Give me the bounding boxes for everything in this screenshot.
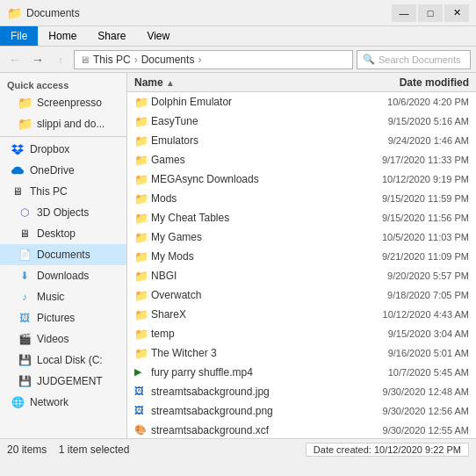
minimize-button[interactable]: — <box>392 4 416 22</box>
folder-icon: 📁 <box>134 231 147 243</box>
back-button[interactable]: ← <box>5 50 25 69</box>
folder-icon: 📁 <box>134 270 147 282</box>
table-row[interactable]: 📁My Games 10/5/2020 11:03 PM <box>127 227 476 247</box>
search-bar[interactable]: 🔍 Search Documents <box>357 50 471 69</box>
sidebar-item-desktop[interactable]: 🖥 Desktop <box>0 223 126 244</box>
sidebar-item-3dobjects[interactable]: ⬡ 3D Objects <box>0 202 126 223</box>
table-row[interactable]: 📁The Witcher 3 9/16/2020 5:01 AM <box>127 343 476 363</box>
folder-icon: 📁 <box>134 192 147 205</box>
tab-view[interactable]: View <box>136 26 180 46</box>
sidebar-label: Network <box>30 396 69 408</box>
image-icon: 🖼 <box>134 405 147 417</box>
table-row[interactable]: 📁ShareX 10/12/2020 4:43 AM <box>127 305 476 324</box>
svg-point-2 <box>13 167 22 173</box>
sidebar-label: Videos <box>37 333 69 345</box>
table-row[interactable]: 🖼 streamtsabackground.jpg 9/30/2020 12:4… <box>127 382 476 401</box>
xcf-icon: 🎨 <box>134 424 147 436</box>
thispc-icon: 🖥 <box>11 184 25 198</box>
documents-icon: 📄 <box>18 248 32 262</box>
folder-icon: 📁 <box>134 347 147 359</box>
table-row[interactable]: 📁My Mods 9/21/2020 11:09 PM <box>127 247 476 266</box>
sidebar-label: JUDGEMENT <box>37 375 103 387</box>
folder-icon: 📁 <box>134 308 147 321</box>
maximize-button[interactable]: □ <box>418 4 443 22</box>
address-bar[interactable]: 🖥 This PC › Documents › <box>74 50 353 69</box>
sidebar-label: Pictures <box>37 312 75 324</box>
table-row[interactable]: ▶ fury parry shuffle.mp4 10/7/2020 5:45 … <box>127 363 476 382</box>
header-date[interactable]: Date modified <box>349 76 476 89</box>
main-content: Quick access 📁 Screenpresso 📁 slippi and… <box>0 73 476 438</box>
tab-file[interactable]: File <box>0 26 38 46</box>
folder-icon: 📁 <box>134 328 147 340</box>
title-bar: 📁 Documents — □ ✕ <box>0 0 476 26</box>
status-bar: 20 items 1 item selected Date created: 1… <box>0 438 476 459</box>
tab-home[interactable]: Home <box>38 26 87 46</box>
table-row[interactable]: 📁MEGAsync Downloads 10/12/2020 9:19 PM <box>127 169 476 189</box>
sidebar-item-documents[interactable]: 📄 Documents <box>0 244 126 265</box>
table-row[interactable]: 🎨 streamtsabackground.xcf 9/30/2020 12:5… <box>127 421 476 438</box>
table-row[interactable]: 📁EasyTune 9/15/2020 5:16 AM <box>127 112 476 131</box>
nav-bar: ← → ↑ 🖥 This PC › Documents › 🔍 Search D… <box>0 47 476 73</box>
ribbon: File Home Share View <box>0 26 476 47</box>
table-row[interactable]: 📁NBGI 9/20/2020 5:57 PM <box>127 266 476 285</box>
up-button[interactable]: ↑ <box>51 50 70 69</box>
close-button[interactable]: ✕ <box>444 4 469 22</box>
sidebar: Quick access 📁 Screenpresso 📁 slippi and… <box>0 73 127 438</box>
sidebar-item-network[interactable]: 🌐 Network <box>0 392 126 413</box>
quick-access-label: Quick access <box>0 76 126 92</box>
music-icon: ♪ <box>18 290 32 304</box>
title-icon: 📁 <box>7 6 21 20</box>
table-row[interactable]: 📁Games 9/17/2020 11:33 PM <box>127 150 476 169</box>
table-row[interactable]: 📁My Cheat Tables 9/15/2020 11:56 PM <box>127 208 476 227</box>
sidebar-item-dropbox[interactable]: Dropbox <box>0 139 126 160</box>
folder-icon: 📁 <box>18 117 32 131</box>
sidebar-label: Downloads <box>37 270 89 282</box>
sidebar-label: 3D Objects <box>37 206 89 219</box>
image-icon: 🖼 <box>134 386 147 398</box>
table-row[interactable]: 📁Mods 9/15/2020 11:59 PM <box>127 189 476 208</box>
folder-icon: 📁 <box>134 212 147 224</box>
sidebar-item-videos[interactable]: 🎬 Videos <box>0 328 126 350</box>
sidebar-item-slippi[interactable]: 📁 slippi and do... <box>0 113 126 134</box>
network-icon: 🌐 <box>11 395 25 409</box>
sidebar-item-judgement[interactable]: 💾 JUDGEMENT <box>0 371 126 392</box>
sort-arrow: ▲ <box>166 78 175 88</box>
folder-icon: 📁 <box>134 250 147 263</box>
video-icon: ▶ <box>134 366 147 379</box>
sidebar-item-thispc[interactable]: 🖥 This PC <box>0 181 126 202</box>
header-name[interactable]: Name ▲ <box>127 76 349 89</box>
table-row[interactable]: 🖼 streamtsabackground.png 9/30/2020 12:5… <box>127 401 476 421</box>
videos-icon: 🎬 <box>18 332 32 346</box>
folder-icon: 📁 <box>134 115 147 127</box>
sidebar-label: Desktop <box>37 227 76 240</box>
sidebar-item-screenpresso[interactable]: 📁 Screenpresso <box>0 92 126 113</box>
folder-icon: 📁 <box>134 96 147 108</box>
sidebar-label: Music <box>37 291 64 303</box>
sidebar-item-pictures[interactable]: 🖼 Pictures <box>0 307 126 328</box>
pictures-icon: 🖼 <box>18 311 32 325</box>
sidebar-label: slippi and do... <box>37 118 105 130</box>
sidebar-item-onedrive[interactable]: OneDrive <box>0 160 126 181</box>
folder-icon: 📁 <box>134 154 147 166</box>
address-thispc: This PC <box>93 54 131 66</box>
tab-share[interactable]: Share <box>87 26 136 46</box>
dropbox-icon <box>11 142 25 156</box>
file-list: Name ▲ Date modified 📁Dolphin Emulator 1… <box>127 73 476 438</box>
desktop-icon: 🖥 <box>18 227 32 241</box>
table-row[interactable]: 📁Overwatch 9/18/2020 7:05 PM <box>127 285 476 305</box>
file-list-header: Name ▲ Date modified <box>127 73 476 92</box>
forward-button[interactable]: → <box>28 50 47 69</box>
table-row[interactable]: 📁Dolphin Emulator 10/6/2020 4:20 PM <box>127 92 476 112</box>
title-text: Documents <box>26 7 80 19</box>
folder-icon: 📁 <box>134 173 147 185</box>
sidebar-item-downloads[interactable]: ⬇ Downloads <box>0 265 126 286</box>
sidebar-item-localdisk[interactable]: 💾 Local Disk (C: <box>0 350 126 371</box>
sidebar-label: Local Disk (C: <box>37 354 103 366</box>
disk-icon: 💾 <box>18 353 32 367</box>
sidebar-item-music[interactable]: ♪ Music <box>0 286 126 307</box>
table-row[interactable]: 📁temp 9/15/2020 3:04 AM <box>127 324 476 343</box>
window-controls: — □ ✕ <box>392 4 469 22</box>
folder-icon: 📁 <box>134 289 147 301</box>
divider <box>0 136 126 137</box>
table-row[interactable]: 📁Emulators 9/24/2020 1:46 AM <box>127 131 476 150</box>
